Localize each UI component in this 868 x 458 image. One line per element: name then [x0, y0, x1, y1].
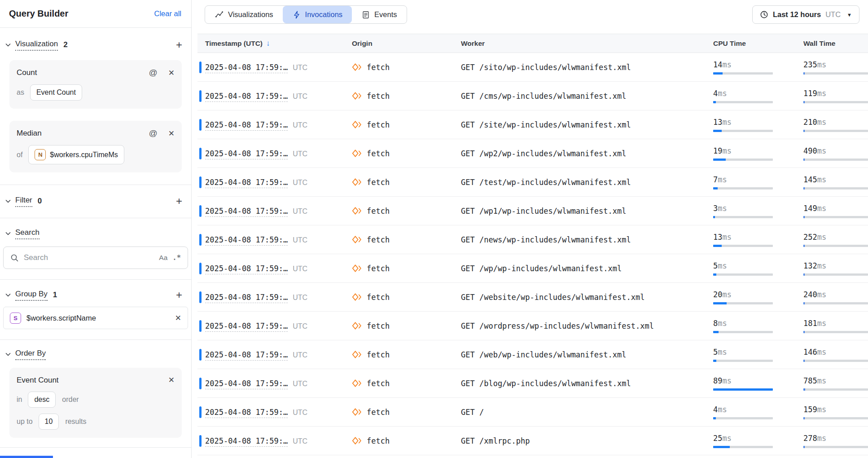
tab-events[interactable]: Events [352, 6, 406, 23]
table-row[interactable]: 2025-04-08 17:59:…UTC fetch GET /blog/wp… [197, 369, 868, 398]
timestamp-value[interactable]: 2025-04-08 17:59:… [205, 321, 288, 332]
timestamp-value[interactable]: 2025-04-08 17:59:… [205, 178, 288, 188]
cpu-bar-track [713, 245, 773, 247]
result-limit-chip[interactable]: 10 [39, 414, 59, 430]
remove-group-by-icon[interactable]: ✕ [175, 313, 181, 323]
add-visualization-button[interactable]: + [176, 40, 182, 49]
timestamp-value[interactable]: 2025-04-08 17:59:… [205, 149, 288, 159]
run-query-button-edge[interactable] [0, 456, 53, 458]
filter-section-header[interactable]: Filter 0 + [0, 195, 191, 207]
at-mention-icon[interactable]: @ [149, 68, 157, 78]
ms-unit: ms [722, 146, 731, 155]
ms-unit: ms [718, 261, 727, 270]
cpu-value: 89 [713, 376, 722, 385]
table-row[interactable]: 2025-04-08 17:59:…UTC fetch GET /news/wp… [197, 225, 868, 254]
wall-value: 785 [803, 376, 817, 385]
wall-value: 132 [803, 261, 817, 270]
cpu-bar-track [713, 159, 773, 161]
table-row[interactable]: 2025-04-08 17:59:…UTC fetch GET /wp2/wp-… [197, 139, 868, 168]
table-row[interactable]: 2025-04-08 17:59:…UTC fetch GET /sito/wp… [197, 53, 868, 82]
table-row[interactable]: 2025-04-08 17:59:…UTC fetch GET /xmlrpc.… [197, 427, 868, 455]
timezone-label: UTC [293, 150, 307, 158]
table-row[interactable]: 2025-04-08 17:59:…UTC fetch GET /test/wp… [197, 168, 868, 197]
fetch-origin-icon [352, 177, 362, 187]
table-row[interactable]: 2025-04-08 17:59:…UTC fetch GET /site/wp… [197, 110, 868, 139]
group-by-field[interactable]: S $workers.scriptName ✕ [3, 307, 188, 329]
fetch-origin-icon [352, 407, 362, 417]
sort-descending-icon[interactable]: ↓ [266, 39, 270, 48]
regex-toggle-icon[interactable]: .* [172, 254, 181, 262]
wall-value: 159 [803, 405, 817, 414]
table-row[interactable]: 2025-04-08 17:59:…UTC fetch GET / 4ms 15… [197, 398, 868, 427]
at-mention-icon[interactable]: @ [149, 128, 157, 138]
visualization-count: 2 [63, 40, 67, 49]
timestamp-value[interactable]: 2025-04-08 17:59:… [205, 207, 288, 217]
wall-value: 490 [803, 146, 817, 155]
origin-cell: fetch [352, 177, 461, 187]
add-group-by-button[interactable]: + [176, 291, 182, 299]
time-range-selector[interactable]: Last 12 hours UTC ▼ [752, 5, 859, 24]
remove-visualization-icon[interactable]: ✕ [168, 68, 175, 78]
ms-unit: ms [718, 175, 727, 184]
table-row[interactable]: 2025-04-08 17:59:…UTC fetch GET /website… [197, 283, 868, 312]
wall-bar-track [803, 302, 868, 304]
cpu-bar-track [713, 331, 773, 333]
cpu-bar-track [713, 72, 773, 75]
sidebar-title: Query Builder [9, 9, 68, 19]
table-row[interactable]: 2025-04-08 17:59:…UTC fetch GET /wordpre… [197, 312, 868, 340]
timestamp-cell: 2025-04-08 17:59:…UTC [205, 264, 352, 273]
timestamp-value[interactable]: 2025-04-08 17:59:… [205, 235, 288, 246]
remove-visualization-icon[interactable]: ✕ [168, 129, 175, 138]
wall-value: 149 [803, 204, 817, 213]
alias-chip[interactable]: Event Count [30, 84, 82, 101]
timestamp-value[interactable]: 2025-04-08 17:59:… [205, 379, 288, 389]
fetch-origin-icon [352, 349, 362, 360]
wall-bar-track [803, 159, 868, 161]
timestamp-value[interactable]: 2025-04-08 17:59:… [205, 120, 288, 131]
group-by-section-header[interactable]: Group By 1 + [0, 289, 191, 301]
table-row[interactable]: 2025-04-08 17:59:…UTC fetch GET /wp/wp-i… [197, 254, 868, 283]
search-section-header[interactable]: Search [0, 228, 191, 239]
worker-request: GET /wordpress/wp-includes/wlwmanifest.x… [461, 321, 654, 330]
order-by-field-label: Event Count [17, 376, 59, 385]
worker-cell: GET /news/wp-includes/wlwmanifest.xml [461, 235, 713, 244]
remove-order-by-icon[interactable]: ✕ [168, 375, 175, 385]
match-case-toggle-icon[interactable]: Aa [159, 254, 167, 262]
wall-bar-fill [803, 388, 805, 391]
tab-visualizations[interactable]: Visualizations [205, 6, 283, 23]
wall-time-cell: 210ms [803, 118, 868, 132]
wall-bar-track [803, 216, 868, 218]
timestamp-value[interactable]: 2025-04-08 17:59:… [205, 293, 288, 303]
timestamp-value[interactable]: 2025-04-08 17:59:… [205, 350, 288, 361]
clear-all-link[interactable]: Clear all [154, 9, 181, 18]
timestamp-value[interactable]: 2025-04-08 17:59:… [205, 63, 288, 73]
cpu-bar-fill [713, 130, 722, 132]
wall-bar-fill [803, 216, 805, 218]
search-box: Aa .* [3, 247, 188, 269]
row-accent-bar [199, 435, 202, 447]
table-row[interactable]: 2025-04-08 17:59:…UTC fetch GET /cms/wp-… [197, 82, 868, 110]
add-filter-button[interactable]: + [176, 197, 182, 206]
order-by-section-header[interactable]: Order By [0, 348, 191, 360]
column-header-timestamp[interactable]: Timestamp (UTC) ↓ [205, 39, 352, 48]
search-input[interactable] [24, 253, 154, 262]
column-label: Wall Time [803, 40, 836, 48]
timestamp-value[interactable]: 2025-04-08 17:59:… [205, 408, 288, 418]
table-row[interactable]: 2025-04-08 17:59:…UTC fetch GET /wp1/wp-… [197, 197, 868, 225]
visualization-section-header[interactable]: Visualization 2 + [0, 39, 191, 51]
wall-value: 252 [803, 233, 817, 242]
tab-invocations[interactable]: Invocations [283, 6, 352, 23]
cpu-value: 25 [713, 434, 722, 443]
sort-direction-chip[interactable]: desc [28, 392, 56, 408]
timestamp-value[interactable]: 2025-04-08 17:59:… [205, 264, 288, 274]
ms-unit: ms [817, 89, 826, 98]
timestamp-value[interactable]: 2025-04-08 17:59:… [205, 436, 288, 447]
table-row[interactable]: 2025-04-08 17:59:…UTC fetch GET /web/wp-… [197, 340, 868, 369]
row-accent-bar [199, 263, 202, 274]
timestamp-value[interactable]: 2025-04-08 17:59:… [205, 92, 288, 102]
wall-time-cell: 119ms [803, 89, 868, 103]
sort-direction-label: desc [34, 396, 49, 404]
cpu-bar-track [713, 130, 773, 132]
row-accent-bar [199, 176, 202, 188]
field-chip[interactable]: N $workers.cpuTimeMs [28, 145, 124, 164]
